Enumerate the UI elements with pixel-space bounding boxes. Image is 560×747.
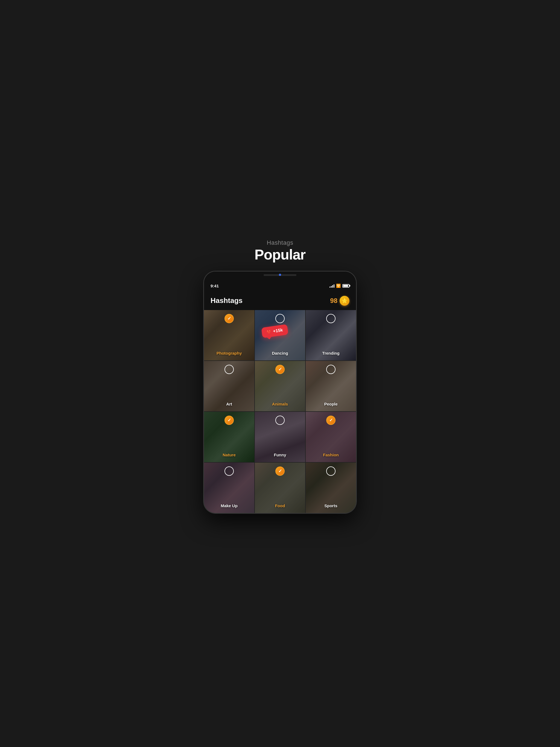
app-header: Hashtags 98 ⭐	[204, 290, 356, 310]
page-subtitle: Hashtags	[255, 239, 306, 247]
cell-content-photography: ✓ Photography	[204, 310, 254, 360]
hashtag-cell-sports[interactable]: Sports	[306, 463, 356, 513]
checkmark-icon: ✓	[278, 367, 282, 372]
status-right: 🛜	[330, 284, 350, 288]
hashtag-cell-art[interactable]: Art	[204, 361, 254, 411]
page-header: Hashtags Popular	[255, 239, 306, 263]
hashtag-cell-food[interactable]: ✓ Food	[255, 463, 305, 513]
hashtag-cell-trending[interactable]: Trending	[306, 310, 356, 360]
checkmark-icon: ✓	[228, 316, 231, 321]
cell-content-sports: Sports	[306, 463, 356, 513]
status-time: 9:41	[210, 284, 219, 288]
hashtag-cell-nature[interactable]: ✓ Nature	[204, 412, 254, 462]
cell-label-animals: Animals	[272, 402, 288, 406]
check-circle-funny	[275, 416, 285, 425]
cell-content-food: ✓ Food	[255, 463, 305, 513]
wifi-icon: 🛜	[336, 284, 341, 288]
check-circle-people	[326, 365, 335, 374]
heart-icon: ❤️	[266, 330, 272, 334]
check-circle-food: ✓	[275, 466, 285, 476]
signal-bar-4	[334, 284, 334, 288]
cell-label-dancing: Dancing	[272, 351, 288, 356]
points-count: 98	[330, 297, 337, 305]
phone-notch	[204, 272, 356, 281]
cell-label-nature: Nature	[223, 453, 236, 457]
hashtag-cell-fashion[interactable]: ✓ Fashion	[306, 412, 356, 462]
cell-content-trending: Trending	[306, 310, 356, 360]
cell-label-sports: Sports	[324, 504, 337, 508]
check-circle-nature: ✓	[225, 416, 234, 425]
outer-container: Hashtags Popular 9:41 🛜	[198, 228, 362, 519]
cell-content-art: Art	[204, 361, 254, 411]
cell-label-fashion: Fashion	[323, 453, 339, 457]
cell-content-makeup: Make Up	[204, 463, 254, 513]
cell-content-nature: ✓ Nature	[204, 412, 254, 462]
hashtag-cell-funny[interactable]: Funny	[255, 412, 305, 462]
app-content: Hashtags 98 ⭐ ✓ Photography Dancing	[204, 290, 356, 513]
signal-icon	[330, 284, 334, 288]
cell-label-art: Art	[226, 402, 232, 406]
cell-content-people: People	[306, 361, 356, 411]
like-count: +15k	[273, 328, 283, 334]
checkmark-icon: ✓	[228, 417, 231, 423]
cell-label-makeup: Make Up	[221, 504, 238, 508]
hashtag-cell-photography[interactable]: ✓ Photography	[204, 310, 254, 360]
cell-label-photography: Photography	[217, 351, 242, 356]
signal-bar-1	[330, 287, 330, 288]
cell-label-trending: Trending	[322, 351, 339, 356]
checkmark-icon: ✓	[278, 468, 282, 473]
check-circle-photography: ✓	[225, 314, 234, 323]
status-bar: 9:41 🛜	[204, 281, 356, 290]
battery-fill	[343, 285, 348, 287]
cell-content-funny: Funny	[255, 412, 305, 462]
check-circle-animals: ✓	[275, 365, 285, 374]
checkmark-icon: ✓	[329, 417, 333, 423]
cell-label-funny: Funny	[274, 453, 286, 457]
hashtag-cell-people[interactable]: People	[306, 361, 356, 411]
check-circle-sports	[326, 466, 335, 476]
cell-content-animals: ✓ Animals	[255, 361, 305, 411]
check-circle-art	[225, 365, 234, 374]
cell-content-fashion: ✓ Fashion	[306, 412, 356, 462]
cell-label-people: People	[324, 402, 337, 406]
signal-bar-2	[331, 286, 332, 288]
check-circle-makeup	[225, 466, 234, 476]
page-title: Popular	[255, 247, 306, 263]
check-circle-trending	[326, 314, 335, 323]
notch-dot	[279, 274, 281, 276]
check-circle-dancing	[275, 314, 285, 323]
app-title: Hashtags	[210, 297, 243, 305]
star-coin-icon: ⭐	[339, 296, 350, 306]
hashtag-cell-animals[interactable]: ✓ Animals	[255, 361, 305, 411]
hashtag-cell-dancing[interactable]: Dancing ❤️+15k	[255, 310, 305, 360]
signal-bar-3	[332, 285, 333, 288]
cell-label-food: Food	[275, 504, 285, 508]
hashtag-grid: ✓ Photography Dancing ❤️+15k Trending	[204, 310, 356, 513]
hashtag-cell-makeup[interactable]: Make Up	[204, 463, 254, 513]
phone-frame: 9:41 🛜 Hashtags 98 ⭐	[203, 271, 357, 514]
check-circle-fashion: ✓	[326, 416, 335, 425]
battery-icon	[342, 284, 350, 288]
points-area: 98 ⭐	[330, 296, 350, 306]
